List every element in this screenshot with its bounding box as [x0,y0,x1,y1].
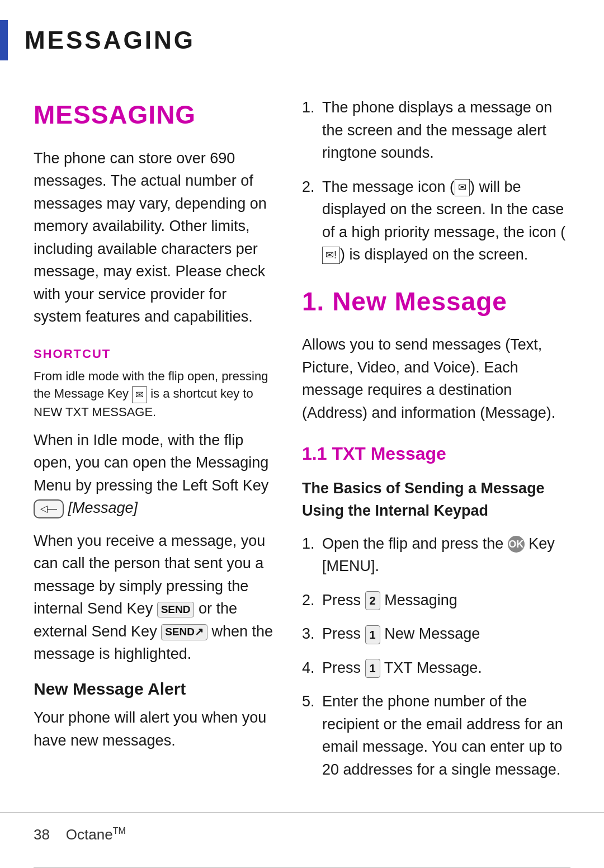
new-message-alert-heading: New Message Alert [34,677,274,701]
key-1-icon-a: 1 [365,625,380,644]
new-message-alert-text: Your phone will alert you when you have … [34,706,274,752]
intro-text: The phone can store over 690 messages. T… [34,147,274,328]
txt-steps-list: 1. Open the flip and press the OK Key [M… [302,532,570,781]
receive-list: 1. The phone displays a message on the s… [302,96,570,266]
receive-list-item-2: 2. The message icon (✉) will be displaye… [302,176,570,266]
page-title: MESSAGING [25,22,195,58]
txt-step-1: 1. Open the flip and press the OK Key [M… [302,532,570,578]
ok-key-icon: OK [508,536,525,553]
left-soft-key-icon: ◁— [34,499,64,518]
send-key-icon: SEND [157,602,195,618]
left-column: MESSAGING The phone can store over 690 m… [34,96,274,792]
receive-text: When you receive a message, you can call… [34,530,274,666]
txt-step-4: 4. Press 1 TXT Message. [302,657,570,680]
new-message-text: Allows you to send messages (Text, Pictu… [302,333,570,424]
txt-step-2: 2. Press 2 Messaging [302,589,570,612]
key-2-icon: 2 [365,591,380,610]
content-area: MESSAGING The phone can store over 690 m… [0,74,604,792]
right-column: 1. The phone displays a message on the s… [302,96,570,792]
txt-step-3: 3. Press 1 New Message [302,622,570,645]
message-key-icon: ✉ [132,386,147,403]
page-header: MESSAGING [0,0,604,74]
footer-area: 38 OctaneTM [0,862,604,868]
page-wrapper: MESSAGING MESSAGING The phone can store … [0,0,604,868]
shortcut-text: From idle mode with the flip open, press… [34,367,274,421]
receive-list-item-1: 1. The phone displays a message on the s… [302,96,570,164]
page-footer: 38 OctaneTM [0,812,604,846]
idle-mode-text: When in Idle mode, with the flip open, y… [34,429,274,520]
send-key-ext-icon: SEND↗ [161,624,207,640]
footer-page-product: 38 OctaneTM [34,824,126,846]
txt-step-5: 5. Enter the phone number of the recipie… [302,690,570,781]
txt-basics-heading: The Basics of Sending a Message Using th… [302,477,570,522]
msg-envelope-icon-2: ✉! [322,247,340,264]
txt-message-heading: 1.1 TXT Message [302,441,570,466]
header-accent [0,20,8,60]
section-heading: MESSAGING [34,96,274,134]
key-1-icon-b: 1 [365,659,380,678]
shortcut-label: SHORTCUT [34,345,274,363]
msg-envelope-icon-1: ✉ [455,179,470,196]
new-message-heading: 1. New Message [302,283,570,320]
